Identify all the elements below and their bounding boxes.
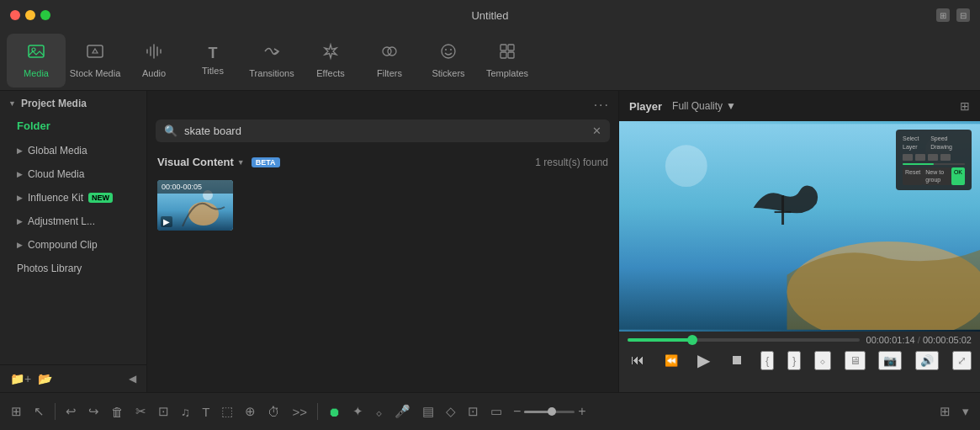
content-type-label[interactable]: Visual Content [157, 156, 234, 168]
audio-button[interactable]: ♫ [177, 401, 194, 422]
player-expand-icon[interactable]: ⊞ [960, 99, 970, 113]
toolbar-item-stock-media[interactable]: Stock Media [66, 34, 124, 88]
volume-button[interactable]: 🔊 [915, 351, 939, 370]
sidebar-item-label: Influence Kit [28, 192, 83, 204]
select-tool-button[interactable]: ↖ [29, 401, 49, 422]
quality-selector[interactable]: Full Quality ▼ [672, 100, 736, 112]
folder-label[interactable]: Folder [0, 116, 146, 139]
cut-button[interactable]: ✂ [131, 401, 151, 422]
play-button[interactable]: ▶ [694, 348, 713, 372]
delete-button[interactable]: 🗑 [107, 401, 128, 422]
zoom-control: − + [513, 404, 586, 419]
sidebar-item-photos-library[interactable]: Photos Library [0, 257, 146, 280]
progress-track[interactable] [628, 338, 860, 342]
text-button[interactable]: T [198, 401, 214, 422]
quality-dropdown-icon: ▼ [726, 100, 736, 112]
zoom-thumb[interactable] [548, 407, 556, 416]
fullscreen-button[interactable]: ⤢ [952, 351, 972, 370]
svg-point-3 [383, 47, 391, 56]
window-controls[interactable] [10, 10, 50, 20]
undo-button[interactable]: ↩ [61, 401, 81, 422]
svg-rect-11 [508, 52, 514, 58]
progress-thumb[interactable] [687, 335, 697, 345]
monitor-button[interactable]: 🖥 [845, 351, 866, 370]
minimize-button[interactable] [25, 10, 35, 20]
search-bar: 🔍 ✕ [156, 119, 610, 142]
split-view-button[interactable]: ⊞ [7, 401, 26, 422]
sidebar-item-adjustment[interactable]: ▶ Adjustment L... [0, 210, 146, 233]
toolbar-item-stickers[interactable]: Stickers [419, 34, 478, 88]
camera-button[interactable]: ⊡ [464, 401, 483, 422]
sidebar-item-cloud-media[interactable]: ▶ Cloud Media [0, 162, 146, 186]
more-tools-button[interactable]: >> [288, 401, 311, 422]
effects-icon [321, 42, 340, 65]
main-area: ▼ Project Media Folder ▶ Global Media ▶ … [0, 91, 980, 392]
step-back-button[interactable]: ⏪ [661, 353, 681, 369]
toolbar-item-audio[interactable]: Audio [124, 34, 183, 88]
mark-out-button[interactable]: } [787, 351, 801, 370]
maximize-button[interactable] [40, 10, 50, 20]
zoom-in-button[interactable]: + [578, 404, 585, 419]
toolbar-item-templates[interactable]: Templates [478, 34, 537, 88]
sidebar-item-influence-kit[interactable]: ▶ Influence Kit NEW [0, 186, 146, 210]
redo-button[interactable]: ↪ [84, 401, 103, 422]
toolbar-item-filters[interactable]: Filters [360, 34, 419, 88]
keyframe-button[interactable]: ◇ [442, 401, 460, 422]
link-button[interactable]: ⊕ [241, 401, 260, 422]
marker-button[interactable]: ⬦ [371, 401, 387, 422]
snapshot-button[interactable]: 📷 [878, 351, 902, 370]
search-icon: 🔍 [164, 125, 177, 137]
toolbar-item-transitions[interactable]: Transitions [242, 34, 301, 88]
media-thumbnail[interactable]: 00:00-00:05 ▶ [157, 180, 233, 231]
sidebar-item-label: Compound Clip [28, 239, 98, 251]
center-top-bar: ··· [147, 91, 618, 119]
svg-rect-0 [29, 45, 44, 57]
media-grid: 00:00-00:05 ▶ [147, 173, 618, 392]
titlebar-icon-left[interactable]: ⊞ [936, 8, 950, 22]
clip-button[interactable]: ⬦ [814, 351, 831, 370]
speed-button[interactable]: ⏱ [263, 401, 284, 422]
svg-rect-2 [87, 45, 103, 57]
stock-media-label: Stock Media [70, 68, 121, 78]
titlebar-right: ⊞ ⊟ [936, 8, 970, 22]
crop-button[interactable]: ⊡ [154, 401, 173, 422]
player-overlay-controls: Select LayerSpeed Drawing Reset New to g… [896, 130, 972, 190]
toolbar-item-media[interactable]: Media [7, 34, 66, 88]
bottom-toolbar: ⊞ ↖ ↩ ↪ 🗑 ✂ ⊡ ♫ T ⬚ ⊕ ⏱ >> ⏺ ✦ ⬦ 🎤 ▤ ◇ ⊡… [0, 392, 980, 430]
titlebar-icon-right[interactable]: ⊟ [956, 8, 970, 22]
zoom-out-button[interactable]: − [513, 404, 521, 419]
sidebar-item-global-media[interactable]: ▶ Global Media [0, 139, 146, 162]
voiceover-button[interactable]: 🎤 [390, 401, 415, 422]
svg-point-7 [450, 49, 452, 50]
fx-button[interactable]: ✦ [348, 401, 368, 422]
sidebar-item-compound-clip[interactable]: ▶ Compound Clip [0, 233, 146, 257]
expand-button[interactable]: ▾ [958, 401, 973, 422]
project-media-header[interactable]: ▼ Project Media [0, 91, 146, 116]
search-clear-button[interactable]: ✕ [592, 125, 601, 137]
progress-fill [628, 338, 692, 342]
chevron-right-icon: ▶ [17, 146, 23, 155]
rewind-button[interactable]: ⏮ [628, 351, 648, 369]
svg-rect-8 [501, 45, 506, 50]
svg-point-5 [442, 45, 455, 58]
folder-icon[interactable]: 📂 [38, 372, 52, 385]
close-button[interactable] [10, 10, 20, 20]
mark-in-button[interactable]: { [760, 351, 774, 370]
transitions-label: Transitions [249, 68, 294, 78]
collapse-icon[interactable]: ◀ [129, 373, 136, 385]
mask-button[interactable]: ⬚ [217, 401, 237, 422]
filters-icon [380, 42, 399, 65]
toolbar-item-titles[interactable]: T Titles [183, 34, 242, 88]
timeline-button[interactable]: ▤ [418, 401, 438, 422]
zoom-slider[interactable] [524, 411, 575, 413]
filters-label: Filters [377, 68, 402, 78]
add-folder-icon[interactable]: 📁+ [10, 372, 31, 385]
record-button[interactable]: ⏺ [324, 401, 345, 422]
stop-button[interactable]: ⏹ [727, 351, 747, 369]
toolbar-item-effects[interactable]: Effects [301, 34, 360, 88]
subtitle-button[interactable]: ▭ [486, 401, 506, 422]
search-input[interactable] [184, 125, 585, 137]
more-options-button[interactable]: ··· [594, 98, 610, 113]
templates-label: Templates [486, 68, 528, 78]
grid-view-button[interactable]: ⊞ [935, 401, 955, 422]
